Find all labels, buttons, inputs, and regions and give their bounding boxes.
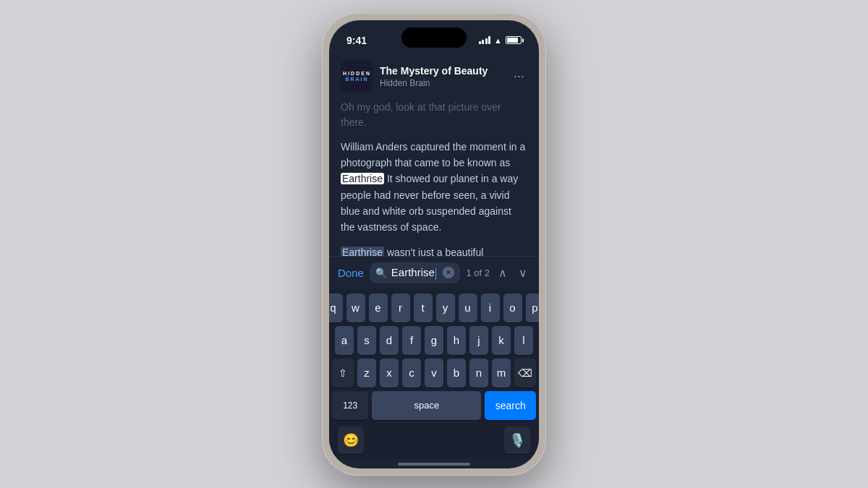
podcast-subtitle: Hidden Brain xyxy=(380,78,503,88)
dynamic-island xyxy=(401,27,467,48)
transcript-text-before-highlight: William Anders captured the moment in a … xyxy=(341,141,525,168)
wifi-icon: ▲ xyxy=(494,36,502,45)
key-space[interactable]: space xyxy=(372,391,481,420)
key-w[interactable]: w xyxy=(346,294,365,322)
key-a[interactable]: a xyxy=(335,326,354,355)
search-next-button[interactable]: ∨ xyxy=(516,265,530,281)
key-f[interactable]: f xyxy=(402,326,421,355)
backspace-icon: ⌫ xyxy=(518,367,532,379)
key-g[interactable]: g xyxy=(425,326,443,355)
keyboard: q w e r t y u i o p a s d f g h j k xyxy=(329,289,539,458)
search-prev-button[interactable]: ∧ xyxy=(495,265,510,281)
search-clear-button[interactable]: ✕ xyxy=(443,267,454,278)
key-u[interactable]: u xyxy=(459,294,477,322)
key-numbers[interactable]: 123 xyxy=(332,391,368,420)
status-time: 9:41 xyxy=(346,35,367,46)
podcast-header: HIDDE·N BRAIN The Mystery of Beauty Hidd… xyxy=(329,55,539,100)
text-cursor xyxy=(435,268,437,280)
key-t[interactable]: t xyxy=(414,294,433,322)
key-n[interactable]: n xyxy=(469,359,488,388)
key-h[interactable]: h xyxy=(447,326,466,355)
key-p[interactable]: p xyxy=(526,294,540,322)
transcript-highlight-2: Earthrise xyxy=(341,247,384,257)
keyboard-row-bottom: 123 space search xyxy=(332,391,536,420)
home-indicator xyxy=(329,458,539,468)
transcript-area: Oh my god, look at that picture over the… xyxy=(329,100,539,257)
key-search[interactable]: search xyxy=(485,391,536,420)
transcript-faded: Oh my god, look at that picture over the… xyxy=(341,100,527,130)
shift-icon: ⇧ xyxy=(339,367,347,379)
search-count: 1 of 2 xyxy=(466,267,490,278)
podcast-more-button[interactable]: ··· xyxy=(511,66,527,87)
transcript-main: William Anders captured the moment in a … xyxy=(341,139,527,236)
podcast-logo: HIDDE·N BRAIN xyxy=(341,61,373,93)
key-z[interactable]: z xyxy=(357,359,376,388)
key-b[interactable]: b xyxy=(447,359,466,388)
key-q[interactable]: q xyxy=(329,294,343,322)
search-bar: Done 🔍 Earthrise ✕ 1 of 2 ∧ ∨ xyxy=(329,256,539,288)
key-j[interactable]: j xyxy=(469,326,488,355)
keyboard-row-1: q w e r t y u i o p xyxy=(332,294,536,322)
home-bar xyxy=(398,463,470,466)
key-shift[interactable]: ⇧ xyxy=(332,359,354,388)
key-k[interactable]: k xyxy=(492,326,511,355)
microphone-button[interactable]: 🎙️ xyxy=(504,427,530,454)
key-s[interactable]: s xyxy=(357,326,376,355)
key-o[interactable]: o xyxy=(503,294,522,322)
key-y[interactable]: y xyxy=(436,294,455,322)
key-r[interactable]: r xyxy=(391,294,410,322)
key-i[interactable]: i xyxy=(481,294,500,322)
key-v[interactable]: v xyxy=(425,359,443,388)
key-x[interactable]: x xyxy=(380,359,399,388)
key-c[interactable]: c xyxy=(402,359,421,388)
podcast-title: The Mystery of Beauty xyxy=(380,64,503,77)
keyboard-extras-row: 😊 🎙️ xyxy=(332,424,536,455)
search-magnify-icon: 🔍 xyxy=(375,267,387,278)
key-m[interactable]: m xyxy=(492,359,511,388)
phone-frame: 9:41 ▲ HIDDE·N xyxy=(322,13,546,476)
battery-icon xyxy=(506,36,522,44)
phone-screen: 9:41 ▲ HIDDE·N xyxy=(329,20,539,468)
status-icons: ▲ xyxy=(479,36,522,45)
keyboard-row-2: a s d f g h j k l xyxy=(332,326,536,355)
keyboard-row-3: ⇧ z x c v b n m ⌫ xyxy=(332,359,536,388)
transcript-second: Earthrise wasn't just a beautiful photog… xyxy=(341,244,527,257)
key-e[interactable]: e xyxy=(369,294,388,322)
key-l[interactable]: l xyxy=(514,326,533,355)
podcast-info: The Mystery of Beauty Hidden Brain xyxy=(380,64,503,87)
key-d[interactable]: d xyxy=(380,326,399,355)
search-done-button[interactable]: Done xyxy=(338,267,364,279)
transcript-highlight-1: Earthrise xyxy=(341,173,384,184)
search-input-wrapper[interactable]: 🔍 Earthrise ✕ xyxy=(370,262,461,283)
search-input[interactable]: Earthrise xyxy=(391,266,439,279)
key-backspace[interactable]: ⌫ xyxy=(514,359,536,388)
signal-icon xyxy=(479,36,491,44)
emoji-button[interactable]: 😊 xyxy=(338,427,364,454)
